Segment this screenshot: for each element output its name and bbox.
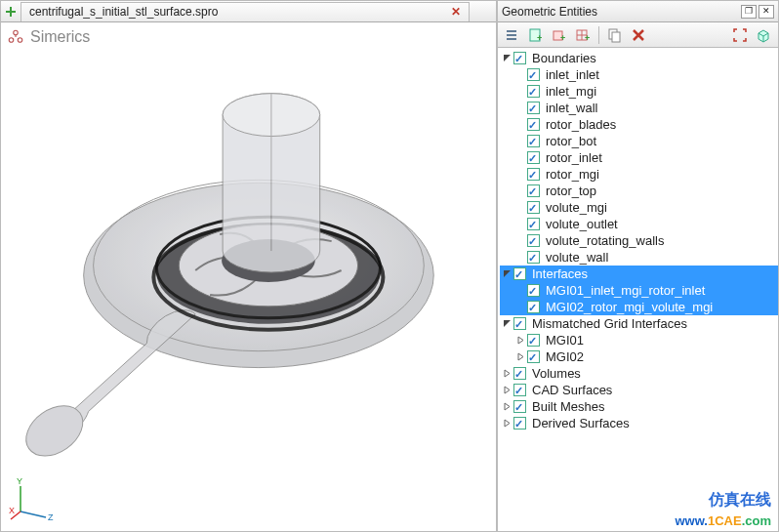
expand-icon[interactable] [515, 119, 526, 130]
tree-built[interactable]: Built Meshes [500, 398, 778, 415]
expand-icon[interactable] [515, 136, 526, 146]
expand-icon[interactable] [502, 268, 512, 279]
visibility-checkbox[interactable] [527, 350, 540, 363]
tree-boundaries[interactable]: Boundaries [500, 50, 778, 66]
copy-icon[interactable] [604, 24, 626, 46]
visibility-checkbox[interactable] [513, 267, 526, 280]
tree-item-label: volute_mgi [544, 199, 609, 216]
add-grid-icon[interactable]: + [572, 24, 594, 46]
tree-mgi-item[interactable]: MGI01 [500, 332, 778, 348]
tree-mgi[interactable]: Mismatched Grid Interfaces [500, 315, 778, 332]
visibility-checkbox[interactable] [513, 400, 526, 413]
expand-icon[interactable] [515, 351, 526, 362]
3d-viewport[interactable]: Simerics [1, 22, 496, 531]
visibility-checkbox[interactable] [527, 168, 540, 181]
tree-item-label: volute_rotating_walls [544, 232, 666, 249]
tree-item-label: Built Meshes [530, 398, 606, 415]
visibility-checkbox[interactable] [527, 184, 540, 197]
expand-icon[interactable] [502, 53, 512, 63]
visibility-checkbox[interactable] [527, 151, 540, 164]
expand-icon[interactable] [515, 252, 526, 263]
tree-boundary-item[interactable]: inlet_mgi [500, 83, 778, 100]
undock-icon[interactable]: ❐ [741, 5, 757, 19]
tree-boundary-item[interactable]: volute_rotating_walls [500, 232, 778, 249]
expand-icon[interactable] [502, 368, 512, 379]
tree-item-label: MGI01 [544, 332, 586, 348]
tree-item-label: Volumes [530, 365, 583, 382]
expand-icon[interactable] [515, 86, 526, 97]
visibility-checkbox[interactable] [527, 218, 540, 230]
visibility-checkbox[interactable] [527, 118, 540, 131]
svg-line-15 [20, 512, 46, 517]
expand-icon[interactable] [515, 69, 526, 80]
add-box-icon[interactable]: + [549, 24, 570, 46]
expand-icon[interactable] [515, 185, 526, 196]
tree-item-label: rotor_blades [544, 116, 618, 133]
visibility-checkbox[interactable] [527, 201, 540, 214]
tree-boundary-item[interactable]: rotor_mgi [500, 166, 778, 183]
tree-boundary-item[interactable]: rotor_blades [500, 116, 778, 133]
close-tab-icon[interactable]: ✕ [451, 5, 461, 19]
svg-text:Z: Z [48, 512, 54, 522]
delete-icon[interactable] [628, 24, 649, 46]
expand-icon[interactable] [515, 219, 526, 229]
svg-text:+: + [560, 33, 565, 43]
tree-boundary-item[interactable]: rotor_bot [500, 133, 778, 149]
panel-toolbar: + + + [498, 22, 778, 48]
tree-boundary-item[interactable]: volute_wall [500, 249, 778, 266]
tree-interface-item[interactable]: MGI01_inlet_mgi_rotor_inlet [500, 282, 778, 299]
expand-icon[interactable] [502, 401, 512, 412]
svg-text:X: X [9, 506, 15, 515]
tree-boundary-item[interactable]: inlet_wall [500, 100, 778, 116]
visibility-checkbox[interactable] [527, 301, 540, 313]
expand-icon[interactable] [515, 335, 526, 346]
visibility-checkbox[interactable] [527, 85, 540, 98]
expand-icon[interactable] [515, 285, 526, 296]
tree-boundary-item[interactable]: inlet_inlet [500, 66, 778, 83]
expand-icon[interactable] [515, 202, 526, 213]
expand-icon[interactable] [502, 418, 512, 429]
tree-interface-item[interactable]: MGI02_rotor_mgi_volute_mgi [500, 299, 778, 315]
visibility-checkbox[interactable] [527, 234, 540, 247]
tree-mgi-item[interactable]: MGI02 [500, 348, 778, 365]
tree-boundary-item[interactable]: rotor_top [500, 183, 778, 199]
tree-derived[interactable]: Derived Surfaces [500, 415, 778, 431]
entity-tree[interactable]: Boundaries inlet_inlet inlet_mgi inlet_w… [498, 48, 778, 531]
cube-view-icon[interactable] [753, 24, 774, 46]
document-tab[interactable]: centrifugal_s_initial_stl_surface.spro ✕ [20, 2, 470, 21]
watermark-url: www.1CAE.com [676, 513, 772, 528]
fit-selection-icon[interactable] [729, 24, 751, 46]
visibility-checkbox[interactable] [527, 135, 540, 147]
visibility-checkbox[interactable] [513, 417, 526, 430]
expand-icon[interactable] [515, 235, 526, 246]
visibility-checkbox[interactable] [527, 284, 540, 297]
visibility-checkbox[interactable] [527, 334, 540, 347]
visibility-checkbox[interactable] [527, 68, 540, 81]
expand-icon[interactable] [515, 102, 526, 113]
tree-cad[interactable]: CAD Surfaces [500, 382, 778, 398]
visibility-checkbox[interactable] [513, 367, 526, 380]
close-panel-icon[interactable]: ✕ [758, 5, 774, 19]
visibility-checkbox[interactable] [527, 102, 540, 114]
expand-icon[interactable] [515, 169, 526, 180]
visibility-checkbox[interactable] [513, 317, 526, 330]
tree-boundary-item[interactable]: volute_outlet [500, 216, 778, 232]
tree-boundary-item[interactable]: volute_mgi [500, 199, 778, 216]
tree-boundary-item[interactable]: rotor_inlet [500, 149, 778, 166]
tree-item-label: Mismatched Grid Interfaces [530, 315, 689, 332]
list-view-icon[interactable] [502, 24, 523, 46]
tree-volumes[interactable]: Volumes [500, 365, 778, 382]
visibility-checkbox[interactable] [513, 384, 526, 396]
expand-icon[interactable] [515, 152, 526, 163]
expand-icon[interactable] [502, 385, 512, 395]
visibility-checkbox[interactable] [513, 52, 526, 64]
tree-item-label: volute_wall [544, 249, 610, 266]
add-sheet-icon[interactable]: + [525, 24, 547, 46]
expand-icon[interactable] [515, 302, 526, 312]
tree-interfaces[interactable]: Interfaces [500, 266, 778, 282]
new-tab-icon[interactable] [5, 6, 17, 18]
expand-icon[interactable] [502, 318, 512, 329]
tree-item-label: MGI02_rotor_mgi_volute_mgi [544, 299, 715, 315]
visibility-checkbox[interactable] [527, 251, 540, 264]
svg-text:+: + [537, 33, 542, 43]
